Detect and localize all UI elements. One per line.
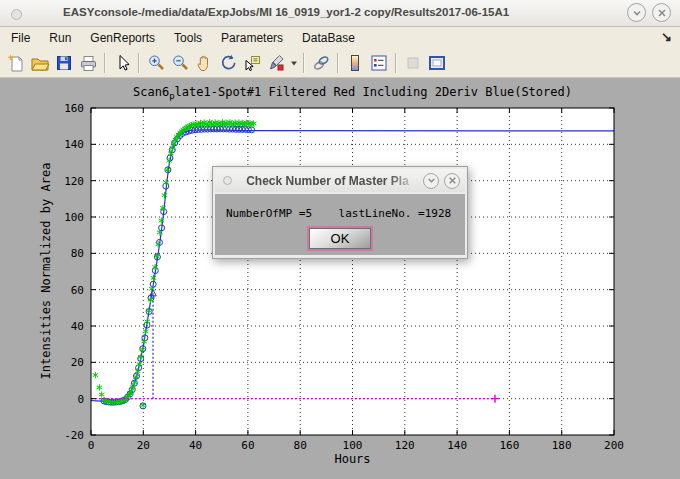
window-titlebar: EASYconsole-/media/data/ExpJobs/MI 16_09…: [0, 0, 680, 27]
toolbar-separator: [303, 53, 305, 73]
window-title: EASYconsole-/media/data/ExpJobs/MI 16_09…: [63, 6, 509, 18]
menu-run[interactable]: Run: [41, 31, 79, 45]
x-axis-label: Hours: [91, 452, 614, 466]
hide-plot-tools-icon[interactable]: [401, 51, 425, 75]
svg-text:0: 0: [77, 393, 84, 406]
insert-colorbar-icon[interactable]: [343, 51, 367, 75]
toolbar-separator: [337, 53, 339, 73]
brush-dropdown-icon[interactable]: [288, 51, 299, 75]
chevron-down-icon: [427, 176, 436, 185]
figure-area: 020406080100120140160180200-200204060801…: [0, 78, 680, 479]
svg-text:160: 160: [64, 102, 84, 115]
rotate-3d-icon[interactable]: [216, 51, 240, 75]
new-file-icon[interactable]: [4, 51, 28, 75]
svg-text:200: 200: [604, 439, 624, 452]
toolbar-separator: [104, 53, 106, 73]
svg-text:160: 160: [499, 439, 519, 452]
svg-text:180: 180: [552, 439, 572, 452]
svg-text:0: 0: [88, 439, 95, 452]
svg-text:20: 20: [71, 356, 84, 369]
plot-area[interactable]: [91, 108, 614, 435]
svg-text:-20: -20: [64, 429, 84, 442]
window-menu-icon[interactable]: [11, 9, 22, 20]
dialog-close-button[interactable]: [444, 173, 460, 189]
svg-text:140: 140: [447, 439, 467, 452]
insert-legend-icon[interactable]: [367, 51, 391, 75]
svg-text:80: 80: [71, 247, 84, 260]
menu-bar: File Run GenReports Tools Parameters Dat…: [0, 27, 680, 48]
chevron-down-icon: [632, 8, 642, 18]
chart-title: Scan6plate1-Spot#1 Filtered Red Includin…: [91, 85, 614, 101]
print-figure-icon[interactable]: [76, 51, 100, 75]
dock-figure-icon[interactable]: ↘: [661, 29, 672, 44]
menu-genreports[interactable]: GenReports: [82, 31, 163, 45]
svg-text:80: 80: [294, 439, 307, 452]
svg-text:140: 140: [64, 138, 84, 151]
show-plot-tools-icon[interactable]: [425, 51, 449, 75]
close-icon: [448, 176, 457, 185]
toolbar-separator: [138, 53, 140, 73]
svg-text:60: 60: [71, 284, 84, 297]
y-axis-label: Intensities Normalized by Area: [39, 163, 53, 380]
window-close-button[interactable]: [652, 3, 671, 22]
svg-text:100: 100: [343, 439, 363, 452]
link-plot-icon[interactable]: [309, 51, 333, 75]
dialog-body: NumberOfMP =5 lastLineNo. =1928 OK: [215, 194, 465, 255]
svg-text:120: 120: [395, 439, 415, 452]
menu-tools[interactable]: Tools: [166, 31, 210, 45]
application-window: EASYconsole-/media/data/ExpJobs/MI 16_09…: [0, 0, 680, 479]
svg-text:120: 120: [64, 175, 84, 188]
dialog-message: NumberOfMP =5 lastLineNo. =1928: [226, 207, 451, 220]
svg-text:20: 20: [137, 439, 150, 452]
edit-plot-cursor-icon[interactable]: [110, 51, 134, 75]
svg-text:40: 40: [71, 320, 84, 333]
dialog-menu-icon[interactable]: [223, 176, 232, 185]
brush-data-icon[interactable]: [264, 51, 288, 75]
zoom-in-icon[interactable]: [144, 51, 168, 75]
toolbar-separator: [395, 53, 397, 73]
dialog-titlebar: Check Number of Master Pla: [215, 169, 465, 192]
svg-text:60: 60: [241, 439, 254, 452]
check-master-plate-dialog: Check Number of Master Pla NumberOfMP =5…: [212, 166, 468, 259]
open-file-icon[interactable]: [28, 51, 52, 75]
data-cursor-icon[interactable]: [240, 51, 264, 75]
menu-database[interactable]: DataBase: [294, 31, 363, 45]
svg-text:100: 100: [64, 211, 84, 224]
menu-parameters[interactable]: Parameters: [213, 31, 291, 45]
pan-hand-icon[interactable]: [192, 51, 216, 75]
figure-toolbar: [0, 48, 680, 78]
chart-canvas: 020406080100120140160180200-200204060801…: [0, 78, 680, 479]
save-figure-icon[interactable]: [52, 51, 76, 75]
window-minimize-button[interactable]: [627, 3, 646, 22]
menu-file[interactable]: File: [3, 31, 38, 45]
ok-button[interactable]: OK: [309, 228, 371, 249]
dialog-title: Check Number of Master Pla: [232, 174, 423, 188]
dialog-minimize-button[interactable]: [423, 173, 439, 189]
svg-text:40: 40: [189, 439, 202, 452]
close-icon: [657, 8, 667, 18]
zoom-out-icon[interactable]: [168, 51, 192, 75]
